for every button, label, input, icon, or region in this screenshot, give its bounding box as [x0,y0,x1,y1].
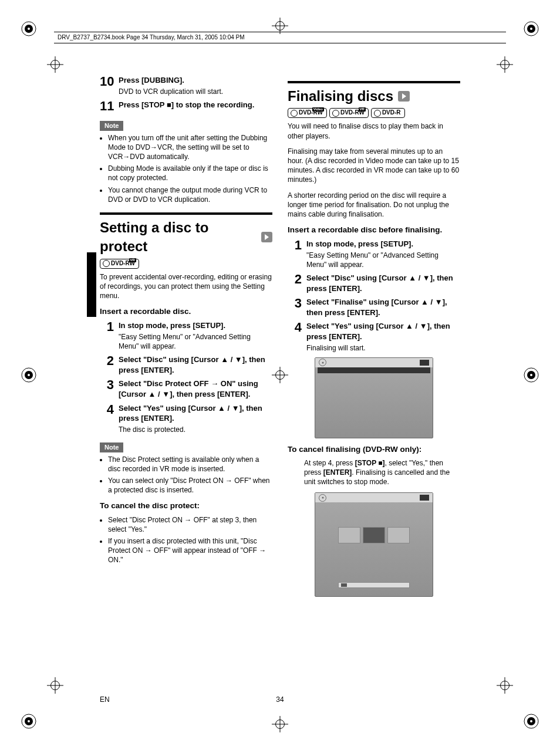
header-file-path: DRV_B2737_B2734.book Page 34 Thursday, M… [54,32,506,43]
header-file-path-text: DRV_B2737_B2734.book Page 34 Thursday, M… [58,34,245,40]
media-badge-dvd-rw-video: DVD-RW Video [288,108,327,118]
screenshot-finalise-progress [315,357,433,438]
step-4: 4 Select "Yes" using [Cursor ▲ / ▼], the… [100,403,272,434]
content-area: 10 Press [DUBBING]. DVD to VCR duplicati… [100,73,460,680]
step-number: 2 [288,273,302,286]
note-item: You can select only "Disc Protect ON → O… [108,476,272,495]
progress-bar-icon [338,582,410,588]
step-title: Select "Disc Protect OFF → ON" using [Cu… [119,379,272,399]
media-badge-dvd-rw-vr: DVD-RW VR [329,108,369,118]
section-title-finalising: Finalising discs [288,87,460,106]
cancel-text-bold: [ENTER] [323,468,352,477]
step-number: 1 [288,239,302,252]
media-badge-sup: VR [359,107,366,112]
media-badge-sup: Video [312,107,324,112]
crosshair-icon [47,56,63,73]
note-list: When you turn off the unit after setting… [100,133,272,204]
step-10: 10 Press [DUBBING]. DVD to VCR duplicati… [100,75,272,96]
note-item: The Disc Protect setting is available on… [108,455,272,474]
step-title: Press [STOP ■] to stop the recording. [119,100,272,110]
step-number: 2 [100,354,114,367]
cancel-subhead: To cancel the disc protect: [100,501,272,511]
step-11: 11 Press [STOP ■] to stop the recording. [100,100,272,113]
section-title-protect: Setting a disc to protect [100,218,272,256]
note-item: Dubbing Mode is available only if the ta… [108,164,272,183]
progress-bar-icon [318,367,430,373]
subhead: Insert a recordable disc. [100,306,272,317]
cancel-item: Select "Disc Protect ON → OFF" at step 3… [108,515,272,534]
step-subtext: "Easy Setting Menu" or "Advanced Setting… [119,332,272,351]
section-intro: Finalising may take from several minutes… [288,147,460,185]
screen-mode-icon [420,495,429,501]
media-badges: DVD-RW Video DVD-RW VR DVD-R [288,108,460,118]
step-subtext: DVD to VCR duplication will start. [119,87,272,96]
svg-point-2 [28,28,30,30]
cancel-item: If you insert a disc protected with this… [108,536,272,565]
registration-mark-icon [522,712,540,730]
section-intro: To prevent accidental over-recording, ed… [100,272,272,301]
step-number: 3 [288,297,302,310]
cancel-text-bold: [STOP ■] [355,459,385,467]
section-title-text: Finalising discs [288,87,393,106]
step-subtext: Finalising will start. [306,343,460,353]
step-title: Select "Disc" using [Cursor ▲ / ▼], then… [119,354,272,375]
note-label: Note [100,121,123,131]
cancel-body: At step 4, press [STOP ■], select "Yes,"… [288,458,460,487]
page: DRV_B2737_B2734.book Page 34 Thursday, M… [0,0,560,750]
note-item: When you turn off the unit after setting… [108,133,272,162]
step-3: 3 Select "Finalise" using [Cursor ▲ / ▼]… [288,297,460,317]
cancel-subhead: To cancel finalising (DVD-RW only): [288,444,460,455]
step-title: Press [DUBBING]. [119,75,272,86]
step-4: 4 Select "Yes" using [Cursor ▲ / ▼], the… [288,321,460,352]
page-footer: EN 34 [100,695,460,704]
disc-icon [319,359,326,366]
step-number: 10 [100,75,114,88]
step-1: 1 In stop mode, press [SETUP]. "Easy Set… [288,239,460,269]
cancel-text: At step 4, press [304,459,355,467]
crosshair-icon [497,56,513,73]
step-1: 1 In stop mode, press [SETUP]. "Easy Set… [100,320,272,351]
section-intro: You will need to finalise discs to play … [288,121,460,140]
step-number: 3 [100,379,114,391]
thumbnail-icon [338,527,360,543]
step-subtext: "Easy Setting Menu" or "Advanced Setting… [306,251,460,269]
step-title: In stop mode, press [SETUP]. [119,320,272,331]
left-column: 10 Press [DUBBING]. DVD to VCR duplicati… [100,73,272,680]
step-2: 2 Select "Disc" using [Cursor ▲ / ▼], th… [100,354,272,375]
step-number: 4 [288,321,302,334]
step-subtext: The disc is protected. [119,425,272,434]
crosshair-icon [47,677,63,694]
screen-mode-icon [420,360,429,366]
screenshot-finalise-cancel [315,492,433,597]
svg-point-11 [530,720,532,722]
crosshair-icon [497,677,513,694]
cancel-list: Select "Disc Protect ON → OFF" at step 3… [100,515,272,565]
right-column: Finalising discs DVD-RW Video DVD-RW VR … [288,73,460,680]
media-badge-dvd-r: DVD-R [371,108,405,118]
thumbnail-icon [387,527,410,543]
play-icon [261,232,273,242]
step-number: 4 [100,403,114,416]
crosshair-icon [272,716,288,732]
step-title: Select "Yes" using [Cursor ▲ / ▼], then … [306,321,460,342]
media-badges: DVD-RW VR [100,259,272,269]
media-badge-text: DVD-R [382,109,401,116]
step-3: 3 Select "Disc Protect OFF → ON" using [… [100,379,272,399]
section-title-text: Setting a disc to protect [100,218,257,256]
play-icon [398,91,410,102]
step-title: Select "Finalise" using [Cursor ▲ / ▼], … [306,297,460,317]
note-label: Note [100,442,123,452]
step-2: 2 Select "Disc" using [Cursor ▲ / ▼], th… [288,273,460,293]
media-badge-dvd-rw-vr: DVD-RW VR [100,259,139,269]
step-number: 11 [100,100,114,113]
step-title: In stop mode, press [SETUP]. [306,239,460,249]
svg-point-17 [530,374,532,376]
step-title: Select "Yes" using [Cursor ▲ / ▼], then … [119,403,272,424]
footer-language: EN [100,695,135,704]
section-divider [288,81,460,83]
svg-point-8 [28,720,30,722]
note-list: The Disc Protect setting is available on… [100,455,272,495]
thumbnail-icon [363,527,385,543]
registration-mark-icon [522,366,540,384]
registration-mark-icon [20,366,38,384]
